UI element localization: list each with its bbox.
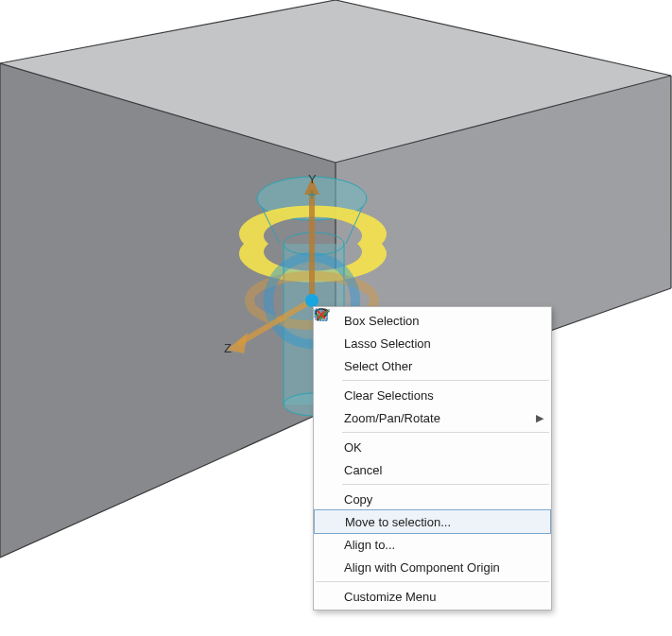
menu-label: Lasso Selection [344, 336, 543, 351]
blank-icon [318, 490, 338, 507]
menu-label: Copy [344, 492, 543, 507]
cancel-icon [318, 461, 338, 478]
svg-point-15 [305, 294, 319, 307]
ok-icon [318, 438, 338, 456]
viewport-3d[interactable]: Y Z Box Selection Lasso Selection Select… [0, 0, 672, 636]
lasso-icon [318, 335, 338, 352]
menu-separator [316, 581, 549, 582]
menu-item-lasso-selection[interactable]: Lasso Selection [314, 332, 551, 354]
menu-separator [342, 432, 549, 433]
menu-label: Clear Selections [344, 388, 543, 403]
select-other-icon [318, 357, 338, 374]
menu-label: Move to selection... [345, 515, 543, 529]
menu-separator [342, 380, 549, 381]
menu-item-select-other[interactable]: Select Other [314, 354, 551, 377]
menu-item-copy[interactable]: Copy [314, 488, 551, 510]
menu-label: Align with Component Origin [344, 560, 543, 575]
blank-icon [318, 387, 338, 404]
menu-label: Align to... [344, 538, 543, 552]
menu-item-clear-selections[interactable]: Clear Selections [314, 384, 551, 406]
menu-label: Zoom/Pan/Rotate [344, 411, 534, 425]
menu-label: Select Other [344, 359, 543, 373]
menu-separator [342, 484, 549, 485]
menu-label: Customize Menu [344, 590, 543, 604]
context-menu[interactable]: Box Selection Lasso Selection Select Oth… [313, 306, 552, 610]
menu-item-customize-menu[interactable]: Customize Menu [314, 585, 551, 608]
menu-item-cancel[interactable]: Cancel [314, 458, 551, 481]
menu-item-align-component-origin[interactable]: Align with Component Origin [314, 556, 551, 578]
blank-icon [318, 409, 338, 426]
menu-label: Cancel [344, 463, 543, 477]
menu-label: OK [344, 440, 543, 455]
blank-icon [319, 513, 339, 530]
menu-item-zoom-pan-rotate[interactable]: Zoom/Pan/Rotate ▶ [314, 406, 551, 429]
menu-item-align-to[interactable]: Align to... [314, 533, 551, 556]
menu-item-box-selection[interactable]: Box Selection [314, 309, 551, 332]
axis-label-z: Z [224, 341, 232, 355]
blank-icon [318, 559, 338, 576]
blank-icon [318, 588, 338, 605]
axis-label-y: Y [308, 172, 317, 186]
menu-label: Box Selection [344, 314, 543, 328]
submenu-arrow-icon: ▶ [534, 412, 543, 424]
blank-icon [318, 536, 338, 553]
menu-item-move-to-selection[interactable]: Move to selection... [314, 509, 551, 534]
menu-item-ok[interactable]: OK [314, 436, 551, 458]
